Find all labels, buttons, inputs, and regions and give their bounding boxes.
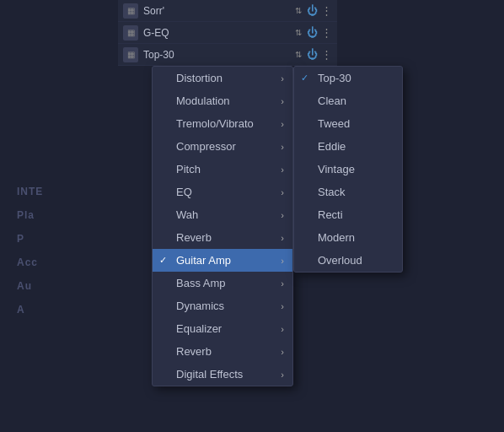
menu-item-pitch[interactable]: Pitch › <box>153 158 292 181</box>
bar-top30: ▦ Top-30 ⇅ ⏻ ⋮ <box>118 44 337 66</box>
menu-item-eq-arrow: › <box>281 187 284 197</box>
bar-sorr: ▦ Sorr' ⇅ ⏻ ⋮ <box>118 0 337 22</box>
bg-line-2: Pla <box>17 209 135 221</box>
bar-sorr-power[interactable]: ⏻ <box>307 4 318 17</box>
submenu-item-stack-label: Stack <box>318 186 346 198</box>
menu-item-digital-effects-label: Digital Effects <box>176 368 243 381</box>
menu-item-guitar-amp-label: Guitar Amp <box>176 254 231 267</box>
menu-item-dynamics[interactable]: Dynamics › <box>153 294 292 317</box>
submenu-item-overloud[interactable]: Overloud <box>294 249 402 272</box>
bar-top30-arrows[interactable]: ⇅ <box>295 50 302 59</box>
menu-item-wah-arrow: › <box>281 210 284 220</box>
menu-item-distortion-arrow: › <box>281 73 284 84</box>
menu-item-reverb2-label: Reverb <box>176 345 212 358</box>
bar-top30-dots[interactable]: ⋮ <box>321 48 332 61</box>
submenu-item-tweed[interactable]: Tweed <box>294 112 402 135</box>
menu-item-distortion-label: Distortion <box>176 72 223 84</box>
submenu-item-top30-check: ✓ <box>301 73 308 84</box>
bar-top30-icon: ▦ <box>123 47 138 62</box>
submenu-item-recti-label: Recti <box>318 208 343 221</box>
top-bars: ▦ Sorr' ⇅ ⏻ ⋮ ▦ G-EQ ⇅ ⏻ ⋮ ▦ Top-30 ⇅ ⏻ … <box>118 0 337 66</box>
bar-top30-power[interactable]: ⏻ <box>307 48 318 61</box>
menu-item-reverb2[interactable]: Reverb › <box>153 340 292 363</box>
menu-item-bass-amp-label: Bass Amp <box>176 277 226 289</box>
bar-geq: ▦ G-EQ ⇅ ⏻ ⋮ <box>118 22 337 44</box>
background-content: INTE Pla P Acc Au A <box>0 169 152 344</box>
menu-item-modulation-label: Modulation <box>176 94 230 107</box>
menu-item-bass-amp-arrow: › <box>281 278 284 289</box>
menu-item-equalizer-arrow: › <box>281 324 284 334</box>
menu-item-modulation-arrow: › <box>281 96 284 106</box>
menu-item-bass-amp[interactable]: Bass Amp › <box>153 272 292 294</box>
submenu-item-stack[interactable]: Stack <box>294 181 402 203</box>
menu-item-guitar-amp-arrow: › <box>281 256 284 266</box>
bar-sorr-dots[interactable]: ⋮ <box>321 4 332 17</box>
submenu-item-clean-label: Clean <box>318 94 346 107</box>
menu-item-wah-label: Wah <box>176 208 198 221</box>
bar-top30-label: Top-30 <box>143 49 295 61</box>
bg-line-5: Au <box>17 280 135 292</box>
submenu-item-eddie[interactable]: Eddie <box>294 135 402 158</box>
menu-item-dynamics-label: Dynamics <box>176 300 224 312</box>
bar-geq-icon: ▦ <box>123 25 138 40</box>
submenu-item-vintage[interactable]: Vintage <box>294 158 402 181</box>
submenu-item-tweed-label: Tweed <box>318 117 350 130</box>
menu-item-guitar-amp[interactable]: ✓ Guitar Amp › <box>153 249 292 272</box>
menu-item-pitch-label: Pitch <box>176 163 201 176</box>
menu-item-wah[interactable]: Wah › <box>153 203 292 226</box>
menu-item-compressor-arrow: › <box>281 142 284 152</box>
menu-item-guitar-amp-check: ✓ <box>159 255 167 266</box>
submenu-item-vintage-label: Vintage <box>318 163 355 176</box>
menu-item-tremolo[interactable]: Tremolo/Vibrato › <box>153 112 292 135</box>
menu-item-digital-effects[interactable]: Digital Effects › <box>153 363 292 386</box>
menu-item-reverb1-label: Reverb <box>176 231 212 244</box>
bar-geq-label: G-EQ <box>143 27 295 39</box>
menu-item-equalizer-label: Equalizer <box>176 322 222 335</box>
bg-line-4: Acc <box>17 256 135 268</box>
bar-geq-arrows[interactable]: ⇅ <box>295 28 302 37</box>
submenu-item-overloud-label: Overloud <box>318 254 362 267</box>
bar-sorr-label: Sorr' <box>143 5 295 17</box>
submenu-item-modern-label: Modern <box>318 231 355 244</box>
bar-geq-dots[interactable]: ⋮ <box>321 26 332 39</box>
menu-item-tremolo-label: Tremolo/Vibrato <box>176 117 254 130</box>
bar-sorr-arrows[interactable]: ⇅ <box>295 6 302 15</box>
submenu-item-top30[interactable]: ✓ Top-30 <box>294 67 402 89</box>
menu-item-compressor-label: Compressor <box>176 140 236 153</box>
bg-line-6: A <box>17 304 135 316</box>
bg-line-3: P <box>17 233 135 245</box>
guitar-amp-submenu: ✓ Top-30 Clean Tweed Eddie Vintage Stack… <box>293 66 403 273</box>
bar-sorr-icon: ▦ <box>123 3 138 19</box>
menu-item-eq-label: EQ <box>176 186 192 198</box>
menu-item-distortion[interactable]: Distortion › <box>153 67 292 89</box>
menu-item-dynamics-arrow: › <box>281 301 284 311</box>
menu-item-eq[interactable]: EQ › <box>153 181 292 203</box>
menu-item-reverb1[interactable]: Reverb › <box>153 226 292 249</box>
bg-line-1: INTE <box>17 186 135 197</box>
submenu-item-clean[interactable]: Clean <box>294 89 402 112</box>
bar-geq-power[interactable]: ⏻ <box>307 26 318 39</box>
submenu-item-recti[interactable]: Recti <box>294 203 402 226</box>
menu-item-pitch-arrow: › <box>281 165 284 175</box>
menu-item-reverb1-arrow: › <box>281 233 284 243</box>
menu-item-compressor[interactable]: Compressor › <box>153 135 292 158</box>
menu-item-equalizer[interactable]: Equalizer › <box>153 317 292 340</box>
menu-item-modulation[interactable]: Modulation › <box>153 89 292 112</box>
menu-item-tremolo-arrow: › <box>281 119 284 129</box>
submenu-item-modern[interactable]: Modern <box>294 226 402 249</box>
submenu-item-eddie-label: Eddie <box>318 140 346 153</box>
menu-item-digital-effects-arrow: › <box>281 370 284 380</box>
menu-item-reverb2-arrow: › <box>281 347 284 357</box>
main-dropdown-menu: Distortion › Modulation › Tremolo/Vibrat… <box>152 66 293 386</box>
submenu-item-top30-label: Top-30 <box>318 72 351 84</box>
